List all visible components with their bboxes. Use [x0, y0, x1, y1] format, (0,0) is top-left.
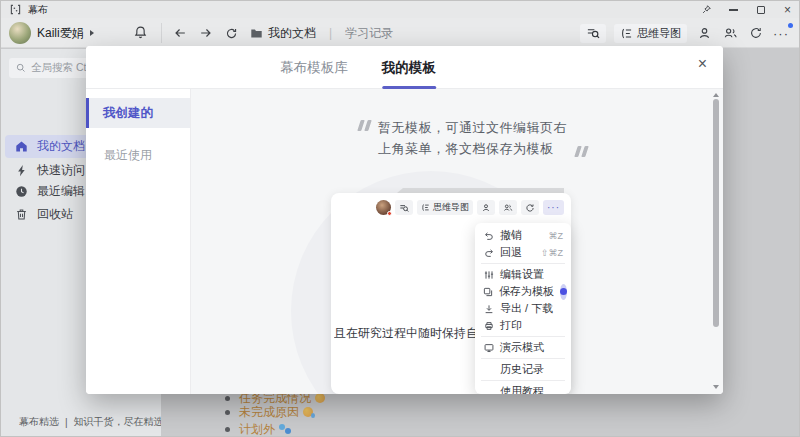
doc-bullet-row[interactable]: 未完成原因 [225, 405, 313, 419]
blue-emoji [279, 424, 291, 434]
mini-more-menu-button: ··· [543, 200, 564, 215]
modal-header: 幕布模板库 我的模板 × [86, 46, 723, 89]
menu-item-history: 历史记录 [475, 361, 571, 378]
sync-icon [525, 203, 535, 213]
scrollbar-thumb[interactable] [713, 99, 719, 327]
maximize-button[interactable] [747, 1, 774, 18]
menu-item-presentation-mode: 演示模式 [475, 339, 571, 356]
clock-icon [15, 185, 28, 198]
panel-item-recently-used[interactable]: 最近使用 [86, 143, 190, 167]
notification-dot [788, 23, 793, 28]
breadcrumb-current: 学习记录 [345, 25, 393, 42]
footer-divider: | [65, 417, 68, 428]
modal-body: 暂无模板，可通过文件编辑页右 上角菜单，将文档保存为模板 思维导图 [191, 89, 723, 394]
mini-search-button [395, 200, 413, 215]
highlight-pointer-dot [560, 288, 567, 295]
tab-template-library[interactable]: 幕布模板库 [280, 46, 348, 89]
people-icon [723, 26, 738, 41]
breadcrumb-folder[interactable]: 我的文档 [268, 25, 316, 42]
search-icon [586, 26, 600, 40]
search-icon [16, 63, 26, 73]
window-title: 幕布 [28, 3, 48, 17]
empty-line1: 暂无模板，可通过文件编辑页右 [378, 120, 567, 135]
crying-face-emoji [303, 407, 313, 417]
mini-collaborator-button [477, 200, 495, 215]
close-window-button[interactable]: × [774, 1, 800, 18]
share-button[interactable] [721, 24, 739, 43]
modal-close-button[interactable]: × [698, 56, 707, 72]
mini-share-button [499, 200, 517, 215]
refresh-button[interactable] [225, 27, 238, 40]
person-icon [697, 26, 712, 41]
menu-divider [481, 336, 565, 337]
tutorial-screenshot-card: 思维导图 ··· 且在研究过程中随时保持自我批 [331, 193, 571, 394]
menu-item-print: 打印 [475, 317, 571, 334]
caret-right-icon [90, 30, 94, 36]
pin-window-button[interactable] [693, 1, 720, 18]
doc-bullet-row[interactable]: 计划外 [225, 422, 291, 436]
forward-button[interactable] [199, 26, 213, 40]
nav-bar: 我的文档 | 学习记录 [173, 22, 393, 44]
breadcrumb-separator: | [329, 26, 332, 40]
user-name: Kaili爱娟 [37, 25, 84, 42]
scrollbar-down-arrow[interactable] [713, 385, 719, 389]
undo-icon [483, 231, 494, 241]
app-window: 幕布 × Kaili爱娟 [0, 0, 800, 437]
bullet-dot [225, 427, 230, 432]
mini-toolbar: 思维导图 ··· [376, 200, 564, 215]
breadcrumb[interactable]: 我的文档 [250, 25, 316, 42]
home-icon [15, 140, 28, 153]
lightning-icon [15, 164, 28, 177]
app-logo-icon [10, 4, 21, 15]
back-button[interactable] [173, 26, 187, 40]
menu-divider [481, 380, 565, 381]
notifications-bell-icon[interactable] [133, 25, 148, 40]
menu-divider [481, 263, 565, 264]
mini-dropdown-menu: 撤销 ⌘Z 回退 ⇧⌘Z 编辑 [475, 223, 571, 394]
collaborator-button[interactable] [695, 24, 713, 43]
window-controls: × [693, 1, 800, 18]
panel-item-created-by-me[interactable]: 我创建的 [86, 98, 190, 128]
mindmap-icon [620, 27, 633, 40]
mini-sync-button [521, 200, 539, 215]
bullet-dot [225, 396, 230, 401]
people-icon [503, 203, 513, 213]
quote-open-icon [359, 120, 369, 159]
header-toolbar: 思维导图 ··· [580, 21, 789, 45]
printer-icon [483, 321, 494, 331]
highlight-pointer-ring [560, 284, 567, 300]
mindmap-icon [421, 203, 430, 212]
header-divider [161, 23, 162, 43]
minimize-button[interactable] [720, 1, 747, 18]
modal-side-panel: 我创建的 最近使用 [86, 89, 191, 394]
party-face-emoji [315, 393, 325, 403]
menu-divider [481, 358, 565, 359]
folder-icon [250, 27, 263, 40]
mindmap-button[interactable]: 思维导图 [614, 24, 687, 43]
account-menu[interactable]: Kaili爱娟 [9, 21, 94, 45]
more-menu-button[interactable]: ··· [773, 27, 789, 40]
template-icon [483, 287, 493, 297]
mubu-featured-link[interactable]: 幕布精选 | 知识干货，尽在精选 [1, 410, 161, 434]
mini-mindmap-button: 思维导图 [417, 200, 473, 215]
person-icon [481, 203, 491, 213]
app-header: Kaili爱娟 我的文档 | 学习记录 [1, 18, 800, 48]
mini-doc-text: 且在研究过程中随时保持自我批 [334, 325, 484, 342]
footer-brand: 幕布精选 [19, 415, 59, 429]
mini-avatar-badge [387, 211, 392, 216]
menu-item-export-download: 导出 / 下载 [475, 300, 571, 317]
user-avatar [9, 22, 31, 44]
sliders-icon [483, 270, 494, 280]
menu-item-edit-settings: 编辑设置 [475, 266, 571, 283]
empty-line2: 上角菜单，将文档保存为模板 [378, 141, 554, 156]
quote-close-icon [576, 146, 586, 157]
tab-my-templates[interactable]: 我的模板 [382, 46, 436, 89]
menu-item-redo: 回退 ⇧⌘Z [475, 244, 571, 261]
download-icon [483, 304, 494, 314]
search-outline-button[interactable] [580, 24, 606, 43]
search-icon [399, 203, 409, 213]
redo-icon [483, 248, 494, 258]
sync-button[interactable] [747, 24, 765, 43]
scrollbar-up-arrow[interactable] [713, 93, 719, 97]
presentation-icon [483, 343, 494, 353]
